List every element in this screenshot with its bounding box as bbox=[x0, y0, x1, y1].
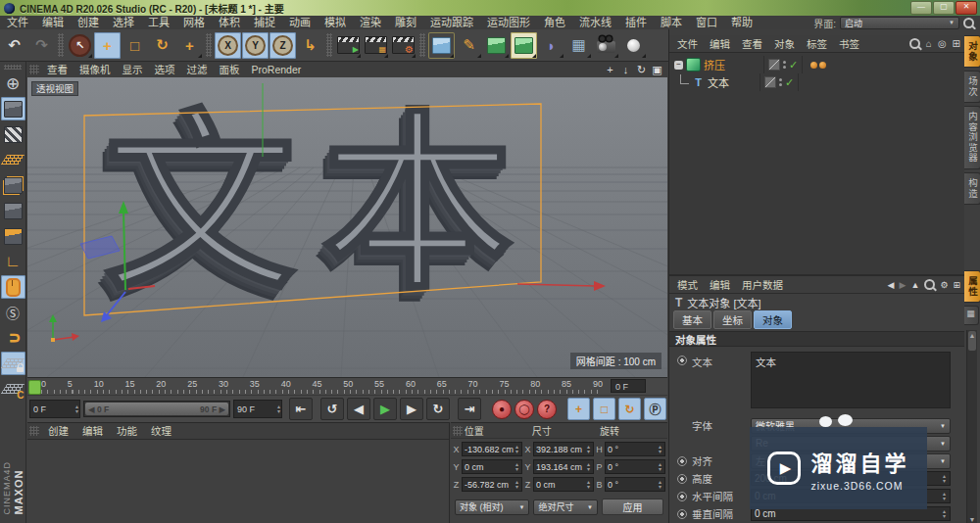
menu-item[interactable]: 窗口 bbox=[689, 16, 724, 29]
enabled-check-icon[interactable]: ✓ bbox=[789, 59, 798, 71]
start-frame-spinner[interactable]: 0 F▴▾ bbox=[29, 400, 80, 418]
add-panel-icon[interactable]: ⊞ bbox=[953, 280, 960, 290]
layer-square-icon[interactable] bbox=[764, 76, 776, 88]
search-icon[interactable] bbox=[909, 38, 920, 49]
lock-icon[interactable]: ⚙ bbox=[940, 280, 948, 290]
subdivision-surface-button[interactable] bbox=[483, 32, 510, 59]
lock-x-axis-button[interactable]: X bbox=[215, 32, 241, 59]
viewport-menu-item[interactable]: 查看 bbox=[41, 62, 74, 77]
magnet-snap-button[interactable]: ∪ bbox=[1, 326, 24, 351]
anim-dot-icon[interactable] bbox=[677, 492, 687, 501]
lock-z-axis-button[interactable]: Z bbox=[270, 32, 296, 59]
coordinate-system-button[interactable]: ↳ bbox=[297, 32, 323, 59]
tab-content-browser[interactable]: 内容浏览器 bbox=[964, 106, 980, 169]
menu-item[interactable]: 文件 bbox=[0, 16, 35, 29]
viewport-menu-item[interactable]: 过滤 bbox=[181, 62, 214, 77]
make-editable-button[interactable]: ⊕ bbox=[1, 71, 25, 95]
tab-objects[interactable]: 对象 bbox=[964, 35, 980, 68]
menu-item[interactable]: 运动跟踪 bbox=[423, 16, 480, 29]
spinner-arrows-icon[interactable]: ▴▾ bbox=[277, 404, 281, 413]
extrude-generator-button[interactable] bbox=[511, 32, 537, 59]
render-view-button[interactable]: ▶ bbox=[335, 32, 362, 59]
play-button[interactable]: ▶ bbox=[373, 398, 397, 420]
pan-view-icon[interactable]: + bbox=[604, 64, 616, 76]
menu-item[interactable]: 运动图形 bbox=[480, 16, 537, 29]
key-rotation-button[interactable]: ↻ bbox=[618, 398, 641, 420]
visibility-dots-icon[interactable] bbox=[779, 78, 782, 86]
environment-floor-button[interactable]: ▦ bbox=[565, 32, 592, 59]
points-mode-button[interactable] bbox=[1, 173, 25, 197]
keying-help-button[interactable]: ? bbox=[537, 400, 557, 419]
anim-dot-icon[interactable] bbox=[677, 509, 687, 519]
attribute-menu-item[interactable]: 用户数据 bbox=[736, 277, 789, 292]
workplane-mode-button[interactable] bbox=[1, 148, 25, 171]
go-to-start-button[interactable]: ⇤ bbox=[289, 398, 313, 420]
menu-item[interactable]: 脚本 bbox=[654, 16, 689, 29]
view-label[interactable]: 透视视图 bbox=[31, 81, 78, 96]
home-icon[interactable]: ⌂ bbox=[926, 38, 932, 49]
size-z-input[interactable]: 0 cm▴▾ bbox=[533, 477, 594, 492]
x-axis-handle[interactable] bbox=[128, 286, 155, 289]
tab-basic[interactable]: 基本 bbox=[673, 310, 711, 329]
toolbar-grip[interactable] bbox=[206, 33, 212, 57]
parent-object-icon[interactable]: ▲ bbox=[910, 280, 919, 290]
menu-item[interactable]: 渲染 bbox=[353, 16, 388, 29]
object-row-extrude[interactable]: − 挤压 ✓ bbox=[669, 56, 964, 73]
play-backwards-button[interactable]: ↺ bbox=[320, 398, 344, 420]
menu-item[interactable]: 捕捉 bbox=[247, 16, 282, 29]
menu-item[interactable]: 雕刻 bbox=[388, 16, 423, 29]
material-menu-item[interactable]: 功能 bbox=[110, 423, 144, 439]
enabled-check-icon[interactable]: ✓ bbox=[785, 76, 794, 89]
viewport-solo-button[interactable] bbox=[1, 275, 25, 299]
lock-y-axis-button[interactable]: Y bbox=[242, 32, 269, 59]
object-properties-section[interactable]: 对象属性 bbox=[669, 331, 964, 347]
filter-eye-icon[interactable]: ◎ bbox=[938, 38, 947, 49]
menu-item[interactable]: 工具 bbox=[141, 16, 176, 29]
object-manager-menu-item[interactable]: 编辑 bbox=[704, 36, 736, 51]
frame-range-slider[interactable]: ◀ 0 F90 F ▶ bbox=[83, 401, 230, 417]
add-panel-icon[interactable]: ⊞ bbox=[953, 38, 960, 49]
size-x-input[interactable]: 392.188 cm▴▾ bbox=[533, 442, 594, 456]
selection-bounding-box[interactable] bbox=[84, 104, 541, 315]
object-name[interactable]: 文本 bbox=[708, 74, 757, 90]
rotate-tool-button[interactable]: ↻ bbox=[149, 32, 175, 59]
play-forwards-button[interactable]: ↻ bbox=[426, 398, 450, 420]
rotate-view-icon[interactable]: ↻ bbox=[635, 64, 648, 76]
palette-grip[interactable] bbox=[4, 65, 22, 70]
toolbar-grip[interactable] bbox=[326, 33, 332, 57]
layer-square-icon[interactable] bbox=[768, 59, 780, 71]
position-y-input[interactable]: 0 cm▴▾ bbox=[462, 459, 522, 474]
menu-item[interactable]: 编辑 bbox=[35, 16, 71, 29]
next-frame-button[interactable]: ▶ bbox=[400, 398, 423, 420]
end-frame-spinner[interactable]: 90 F▴▾ bbox=[233, 400, 282, 418]
close-button[interactable]: ✕ bbox=[956, 1, 977, 15]
object-manager-menu-item[interactable]: 标签 bbox=[801, 36, 833, 51]
x-axis-arrow[interactable] bbox=[517, 284, 596, 286]
lock-workplane-button[interactable] bbox=[1, 352, 25, 375]
scroll-down-icon[interactable]: ▼ bbox=[969, 516, 976, 523]
model-mode-button[interactable] bbox=[1, 97, 25, 120]
object-manager-menu-item[interactable]: 对象 bbox=[768, 36, 801, 51]
interface-dropdown[interactable]: 启动▼ bbox=[840, 17, 959, 29]
rotation-h-input[interactable]: 0 °▴▾ bbox=[605, 442, 665, 456]
toolbar-grip[interactable] bbox=[58, 33, 64, 57]
size-mode-dropdown[interactable]: 绝对尺寸▼ bbox=[533, 499, 598, 515]
minimize-button[interactable]: — bbox=[910, 1, 932, 15]
collapse-icon[interactable]: − bbox=[674, 61, 683, 70]
object-name[interactable]: 挤压 bbox=[704, 57, 760, 72]
plane-handle[interactable] bbox=[80, 236, 120, 259]
scroll-up-icon[interactable]: ▲ bbox=[968, 331, 976, 351]
menu-item[interactable]: 网格 bbox=[176, 16, 212, 29]
render-settings-button[interactable]: ⚙ bbox=[390, 32, 416, 59]
viewport-menu-item[interactable]: 显示 bbox=[117, 62, 149, 77]
live-selection-tool-button[interactable]: ↖ bbox=[67, 32, 93, 59]
coordinate-mode-dropdown[interactable]: 对象 (相对)▼ bbox=[455, 499, 529, 515]
key-parameter-button[interactable]: Ⓟ bbox=[644, 398, 666, 420]
panel-grip[interactable] bbox=[453, 426, 463, 436]
menu-item[interactable]: 模拟 bbox=[318, 16, 353, 29]
viewport-menu-item[interactable]: 面板 bbox=[214, 62, 246, 77]
primitive-cube-button[interactable] bbox=[428, 32, 455, 59]
go-to-end-button[interactable]: ⇥ bbox=[458, 398, 481, 420]
viewport-menu-item[interactable]: 摄像机 bbox=[74, 62, 117, 77]
apply-button[interactable]: 应用 bbox=[602, 499, 663, 515]
